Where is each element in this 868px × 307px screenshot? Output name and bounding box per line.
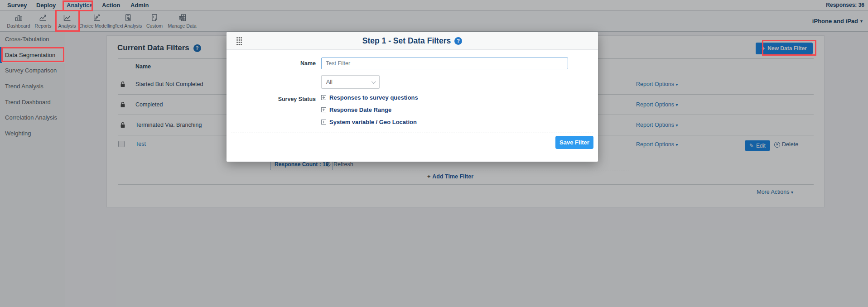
dashed-divider xyxy=(231,133,593,133)
plus-square-icon xyxy=(321,120,326,125)
expand-responses-to-questions[interactable]: Responses to survey questions xyxy=(321,94,418,101)
set-data-filters-modal: Step 1 - Set Data Filters ? Name Survey … xyxy=(227,32,598,162)
expand-response-date-range[interactable]: Response Date Range xyxy=(321,106,391,113)
drag-handle-icon[interactable] xyxy=(236,37,242,46)
name-field-label: Name xyxy=(227,60,316,67)
survey-status-select[interactable]: All xyxy=(321,75,380,89)
help-icon[interactable]: ? xyxy=(454,37,462,45)
save-filter-button[interactable]: Save Filter xyxy=(555,136,593,149)
filter-name-input[interactable] xyxy=(321,58,568,69)
plus-square-icon xyxy=(321,95,326,100)
app-screen: Survey Deploy Analytics Action Admin Res… xyxy=(0,0,868,307)
modal-header: Step 1 - Set Data Filters ? xyxy=(227,32,598,50)
plus-square-icon xyxy=(321,107,326,112)
modal-title: Step 1 - Set Data Filters ? xyxy=(362,36,462,46)
survey-status-label: Survey Status xyxy=(227,96,316,102)
chevron-down-icon xyxy=(371,79,376,84)
survey-status-value: All xyxy=(326,79,333,85)
expand-system-variable-geo[interactable]: System variable / Geo Location xyxy=(321,119,417,125)
